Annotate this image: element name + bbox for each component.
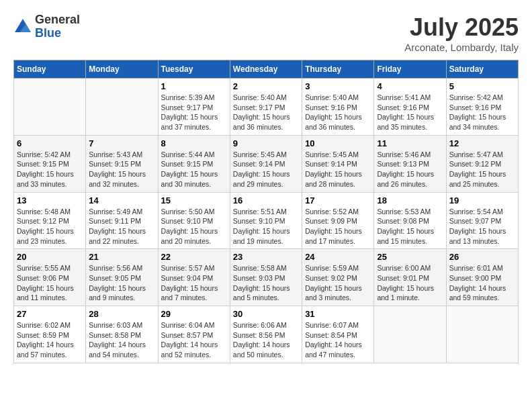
day-number: 14 (89, 195, 154, 205)
day-number: 21 (89, 252, 154, 262)
calendar-cell: 8Sunrise: 5:44 AMSunset: 9:15 PMDaylight… (158, 135, 230, 192)
day-detail: Sunrise: 5:50 AMSunset: 9:10 PMDaylight:… (161, 207, 227, 246)
calendar-cell (446, 306, 518, 363)
day-number: 10 (305, 138, 371, 148)
day-number: 9 (233, 138, 299, 148)
calendar-cell: 27Sunrise: 6:02 AMSunset: 8:59 PMDayligh… (14, 306, 86, 363)
day-number: 25 (377, 252, 443, 262)
month-title: July 2025 (404, 13, 519, 42)
day-detail: Sunrise: 5:48 AMSunset: 9:12 PMDaylight:… (17, 207, 83, 246)
day-number: 13 (17, 195, 83, 205)
weekday-header: Monday (86, 60, 158, 79)
day-number: 12 (449, 138, 515, 148)
calendar-cell: 13Sunrise: 5:48 AMSunset: 9:12 PMDayligh… (14, 192, 86, 249)
day-detail: Sunrise: 5:43 AMSunset: 9:15 PMDaylight:… (89, 150, 154, 189)
day-detail: Sunrise: 6:03 AMSunset: 8:58 PMDaylight:… (89, 320, 154, 360)
calendar-cell: 11Sunrise: 5:46 AMSunset: 9:13 PMDayligh… (374, 135, 446, 192)
day-detail: Sunrise: 5:49 AMSunset: 9:11 PMDaylight:… (89, 207, 154, 246)
day-detail: Sunrise: 5:59 AMSunset: 9:02 PMDaylight:… (305, 263, 371, 303)
day-number: 4 (377, 81, 443, 91)
day-detail: Sunrise: 5:41 AMSunset: 9:16 PMDaylight:… (377, 93, 443, 132)
calendar-cell: 1Sunrise: 5:39 AMSunset: 9:17 PMDaylight… (158, 79, 230, 136)
day-number: 17 (305, 195, 371, 205)
day-number: 29 (161, 309, 227, 319)
calendar-cell: 23Sunrise: 5:58 AMSunset: 9:03 PMDayligh… (230, 249, 302, 306)
calendar-cell: 20Sunrise: 5:55 AMSunset: 9:06 PMDayligh… (14, 249, 86, 306)
day-number: 27 (17, 309, 83, 319)
day-number: 1 (161, 81, 227, 91)
logo-general-text: General (35, 13, 80, 27)
day-detail: Sunrise: 5:53 AMSunset: 9:08 PMDaylight:… (377, 207, 443, 246)
calendar-cell: 2Sunrise: 5:40 AMSunset: 9:17 PMDaylight… (230, 79, 302, 136)
logo-blue-text: Blue (35, 27, 80, 40)
day-number: 5 (449, 81, 515, 91)
location-text: Arconate, Lombardy, Italy (404, 42, 519, 53)
day-detail: Sunrise: 5:44 AMSunset: 9:15 PMDaylight:… (161, 150, 227, 189)
calendar-cell: 22Sunrise: 5:57 AMSunset: 9:04 PMDayligh… (158, 249, 230, 306)
day-detail: Sunrise: 6:04 AMSunset: 8:57 PMDaylight:… (161, 320, 227, 360)
day-detail: Sunrise: 5:58 AMSunset: 9:03 PMDaylight:… (233, 263, 299, 303)
day-number: 18 (377, 195, 443, 205)
day-number: 8 (161, 138, 227, 148)
day-number: 16 (233, 195, 299, 205)
calendar-cell: 28Sunrise: 6:03 AMSunset: 8:58 PMDayligh… (86, 306, 158, 363)
calendar-week-row: 27Sunrise: 6:02 AMSunset: 8:59 PMDayligh… (14, 306, 519, 363)
calendar-cell (86, 79, 158, 136)
day-detail: Sunrise: 5:42 AMSunset: 9:16 PMDaylight:… (449, 93, 515, 132)
calendar-cell (14, 79, 86, 136)
day-number: 26 (449, 252, 515, 262)
calendar-week-row: 6Sunrise: 5:42 AMSunset: 9:15 PMDaylight… (14, 135, 519, 192)
logo-icon (13, 17, 32, 36)
calendar-cell: 21Sunrise: 5:56 AMSunset: 9:05 PMDayligh… (86, 249, 158, 306)
day-detail: Sunrise: 5:45 AMSunset: 9:14 PMDaylight:… (233, 150, 299, 189)
calendar-cell: 6Sunrise: 5:42 AMSunset: 9:15 PMDaylight… (14, 135, 86, 192)
day-detail: Sunrise: 5:51 AMSunset: 9:10 PMDaylight:… (233, 207, 299, 246)
weekday-header: Tuesday (158, 60, 230, 79)
day-number: 22 (161, 252, 227, 262)
day-number: 11 (377, 138, 443, 148)
day-detail: Sunrise: 6:07 AMSunset: 8:54 PMDaylight:… (305, 320, 371, 360)
day-number: 24 (305, 252, 371, 262)
calendar-cell: 3Sunrise: 5:40 AMSunset: 9:16 PMDaylight… (302, 79, 374, 136)
day-detail: Sunrise: 5:39 AMSunset: 9:17 PMDaylight:… (161, 93, 227, 132)
page-header: General Blue July 2025 Arconate, Lombard… (13, 13, 519, 53)
weekday-header: Saturday (446, 60, 518, 79)
calendar-cell: 18Sunrise: 5:53 AMSunset: 9:08 PMDayligh… (374, 192, 446, 249)
day-detail: Sunrise: 5:45 AMSunset: 9:14 PMDaylight:… (305, 150, 371, 189)
calendar-cell: 24Sunrise: 5:59 AMSunset: 9:02 PMDayligh… (302, 249, 374, 306)
weekday-header: Friday (374, 60, 446, 79)
calendar-cell: 26Sunrise: 6:01 AMSunset: 9:00 PMDayligh… (446, 249, 518, 306)
day-detail: Sunrise: 6:02 AMSunset: 8:59 PMDaylight:… (17, 320, 83, 360)
calendar-cell: 15Sunrise: 5:50 AMSunset: 9:10 PMDayligh… (158, 192, 230, 249)
day-detail: Sunrise: 5:55 AMSunset: 9:06 PMDaylight:… (17, 263, 83, 303)
calendar-cell: 29Sunrise: 6:04 AMSunset: 8:57 PMDayligh… (158, 306, 230, 363)
calendar-cell: 9Sunrise: 5:45 AMSunset: 9:14 PMDaylight… (230, 135, 302, 192)
calendar-cell: 19Sunrise: 5:54 AMSunset: 9:07 PMDayligh… (446, 192, 518, 249)
calendar-cell: 4Sunrise: 5:41 AMSunset: 9:16 PMDaylight… (374, 79, 446, 136)
day-detail: Sunrise: 5:52 AMSunset: 9:09 PMDaylight:… (305, 207, 371, 246)
day-detail: Sunrise: 5:54 AMSunset: 9:07 PMDaylight:… (449, 207, 515, 246)
calendar-week-row: 13Sunrise: 5:48 AMSunset: 9:12 PMDayligh… (14, 192, 519, 249)
weekday-header: Thursday (302, 60, 374, 79)
day-number: 15 (161, 195, 227, 205)
day-detail: Sunrise: 6:01 AMSunset: 9:00 PMDaylight:… (449, 263, 515, 303)
logo: General Blue (13, 13, 80, 40)
day-detail: Sunrise: 5:46 AMSunset: 9:13 PMDaylight:… (377, 150, 443, 189)
day-number: 30 (233, 309, 299, 319)
calendar-cell: 10Sunrise: 5:45 AMSunset: 9:14 PMDayligh… (302, 135, 374, 192)
day-number: 2 (233, 81, 299, 91)
day-detail: Sunrise: 5:40 AMSunset: 9:16 PMDaylight:… (305, 93, 371, 132)
day-number: 20 (17, 252, 83, 262)
day-number: 23 (233, 252, 299, 262)
calendar-week-row: 20Sunrise: 5:55 AMSunset: 9:06 PMDayligh… (14, 249, 519, 306)
calendar-cell: 12Sunrise: 5:47 AMSunset: 9:12 PMDayligh… (446, 135, 518, 192)
calendar-cell: 31Sunrise: 6:07 AMSunset: 8:54 PMDayligh… (302, 306, 374, 363)
day-number: 19 (449, 195, 515, 205)
calendar-cell: 17Sunrise: 5:52 AMSunset: 9:09 PMDayligh… (302, 192, 374, 249)
day-detail: Sunrise: 5:42 AMSunset: 9:15 PMDaylight:… (17, 150, 83, 189)
weekday-header: Sunday (14, 60, 86, 79)
day-number: 7 (89, 138, 154, 148)
day-number: 31 (305, 309, 371, 319)
calendar-cell: 16Sunrise: 5:51 AMSunset: 9:10 PMDayligh… (230, 192, 302, 249)
calendar-cell: 30Sunrise: 6:06 AMSunset: 8:56 PMDayligh… (230, 306, 302, 363)
